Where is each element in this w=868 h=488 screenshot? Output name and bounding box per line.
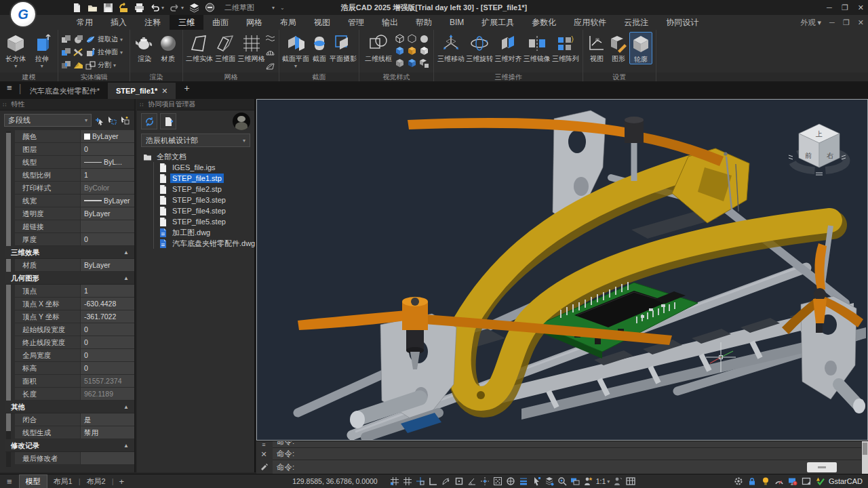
select-objects-icon[interactable] <box>107 115 117 125</box>
mesh3d-button[interactable]: 三维网格 <box>238 32 265 63</box>
doc-restore-button[interactable]: ❐ <box>843 18 850 27</box>
mirror3d-button[interactable]: 三维镜像 <box>523 32 551 63</box>
print-icon[interactable] <box>134 3 144 13</box>
angle-snap-icon[interactable] <box>467 476 477 486</box>
layout2-tab[interactable]: 布局2 <box>81 475 112 488</box>
redo-icon[interactable] <box>170 3 180 13</box>
menu-tab-bangzhu[interactable]: 帮助 <box>407 15 441 30</box>
app-logo[interactable]: G <box>11 2 35 26</box>
performance-gauge-icon[interactable] <box>774 476 784 486</box>
union-icon[interactable] <box>61 35 71 45</box>
object-type-select[interactable]: 多段线▾ <box>4 114 92 127</box>
menu-tab-canshuhua[interactable]: 参数化 <box>523 15 565 30</box>
panel-drag-handle-icon[interactable]: ⁞⁞ <box>140 102 144 108</box>
section-button[interactable]: 截面 <box>309 32 330 63</box>
restore-button[interactable]: ❐ <box>842 3 848 12</box>
menu-tab-wangge[interactable]: 网格 <box>237 15 271 30</box>
properties-scrollbar[interactable] <box>6 131 11 467</box>
subtract-icon[interactable] <box>61 47 71 58</box>
team-select[interactable]: 浩辰机械设计部▾ <box>141 134 250 147</box>
face3d-button[interactable]: 三维面 <box>213 32 238 63</box>
intersect-icon[interactable] <box>61 60 71 70</box>
save-icon[interactable] <box>103 3 113 13</box>
tree-file-iges[interactable]: IGES_file.igs <box>159 162 254 173</box>
user-avatar[interactable] <box>233 113 250 130</box>
redo-dropdown-icon[interactable]: ▾ <box>181 5 184 11</box>
vs-shaded-cube-icon[interactable] <box>419 46 429 56</box>
viewcube-front-label[interactable]: 前 <box>805 152 812 159</box>
share-screen-icon[interactable]: ! <box>788 476 797 486</box>
vs-manage-styles-icon[interactable] <box>419 58 429 68</box>
tree-root-folder[interactable]: 全部文档 <box>144 151 254 162</box>
annotation-auto-icon[interactable] <box>613 476 623 486</box>
model-tab[interactable]: 模型 <box>19 474 47 488</box>
workspace-select[interactable]: 二维草图 ▾ <box>220 3 275 13</box>
view-settings-button[interactable]: 视图 <box>586 32 608 63</box>
doc-tab-2[interactable]: STEP_file1* ✕ <box>108 83 176 99</box>
drawing-viewport[interactable]: 上 前 右 <box>256 99 868 441</box>
status-menu-icon[interactable]: ≡ <box>0 476 19 487</box>
command-close-icon[interactable]: ✕ <box>260 450 267 459</box>
command-scrollbar[interactable] <box>862 441 868 474</box>
command-pencil-icon[interactable] <box>260 462 268 470</box>
object-snap-icon[interactable] <box>454 476 464 486</box>
license-status-icon[interactable] <box>815 476 825 486</box>
ortho-mode-icon[interactable] <box>429 476 438 486</box>
close-button[interactable]: ✕ <box>858 3 864 12</box>
hatch-pattern-icon[interactable] <box>493 476 502 486</box>
align3d-button[interactable]: 三维对齐 <box>494 32 522 63</box>
vs-realistic-cube-icon[interactable] <box>395 46 405 56</box>
open-file-icon[interactable] <box>87 3 98 13</box>
extract-edge-icon[interactable] <box>85 35 96 45</box>
graphics-settings-button[interactable]: 图形 <box>608 32 629 63</box>
solid2d-button[interactable]: 二维实体 <box>186 32 213 63</box>
dynamic-ucs-icon[interactable] <box>506 476 515 486</box>
tree-file-dwg1[interactable]: 加工图.dwg <box>159 227 254 238</box>
clean-screen-icon[interactable] <box>570 476 580 486</box>
prop-section-history[interactable]: 修改记录▲ <box>5 439 134 452</box>
undo-icon[interactable] <box>150 3 160 13</box>
save-as-icon[interactable] <box>119 3 129 13</box>
prop-section-3d-effects[interactable]: 三维效果▲ <box>5 246 134 259</box>
snapshot-icon[interactable] <box>802 476 811 486</box>
menu-tab-zhushi[interactable]: 注释 <box>136 15 170 30</box>
appearance-dropdown[interactable]: 外观 ▾ <box>801 18 822 28</box>
doc-tab-close-icon[interactable]: ✕ <box>161 87 167 96</box>
vs-hidden-cube-icon[interactable] <box>407 34 417 44</box>
array3d-button[interactable]: 三维阵列 <box>551 32 580 63</box>
layout1-tab[interactable]: 布局1 <box>47 475 79 488</box>
minimize-button[interactable]: ─ <box>827 3 832 12</box>
viewcube-right-label[interactable]: 右 <box>827 152 833 159</box>
snap-mode-icon[interactable] <box>416 476 425 486</box>
mesh-fan-icon[interactable] <box>265 61 275 71</box>
vs-shaded-gray-icon[interactable] <box>419 34 429 44</box>
isolate-objects-icon[interactable] <box>545 476 554 486</box>
flatshot-button[interactable]: 平面摄影 <box>330 32 357 63</box>
box-button[interactable]: 长方体▾ <box>3 32 29 69</box>
smooth-mesh-icon[interactable] <box>265 33 275 43</box>
wedge-icon[interactable] <box>73 60 83 70</box>
view-cube-body[interactable]: 上 前 右 <box>799 124 840 167</box>
undo-dropdown-icon[interactable]: ▾ <box>161 5 164 11</box>
vs-wireframe-cube-icon[interactable] <box>395 34 405 44</box>
selection-cycling-icon[interactable] <box>532 476 541 486</box>
polar-tracking-icon[interactable] <box>441 476 451 486</box>
new-file-icon[interactable] <box>72 3 82 13</box>
menu-tab-qumian[interactable]: 曲面 <box>203 15 237 30</box>
command-bubble-icon[interactable] <box>205 3 215 13</box>
menu-tab-guanli[interactable]: 管理 <box>339 15 373 30</box>
silhouette-button[interactable]: 轮廓 <box>629 32 652 64</box>
menu-tab-charu[interactable]: 插入 <box>102 15 136 30</box>
grid-display-icon[interactable] <box>403 476 412 486</box>
slice-icon[interactable] <box>73 47 83 58</box>
settings-gear-icon[interactable] <box>734 476 743 486</box>
doc-close-button[interactable]: ✕ <box>858 18 864 27</box>
tree-file-step4[interactable]: STEP_file4.step <box>159 205 254 216</box>
annotation-scale[interactable]: 1:1▾ <box>596 477 610 485</box>
section-plane-button[interactable]: 截面平面▾ <box>282 32 309 69</box>
separate-label[interactable]: 分割 <box>98 60 111 70</box>
render-button[interactable]: 渲染 <box>133 32 157 63</box>
doc-tab-menu-icon[interactable]: ≡ <box>0 83 19 99</box>
menu-tab-yingyong[interactable]: 应用软件 <box>565 15 615 30</box>
tree-file-step3[interactable]: STEP_file3.step <box>159 195 254 205</box>
